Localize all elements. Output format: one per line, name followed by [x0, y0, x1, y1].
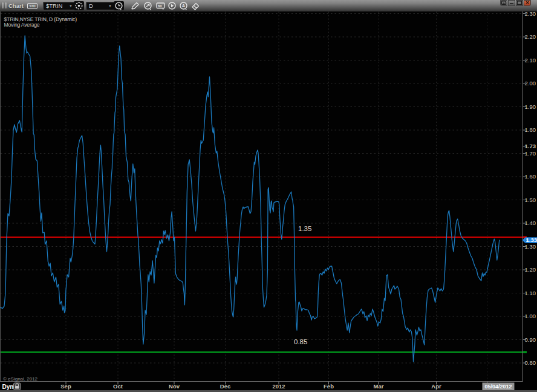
- svg-text:1.30: 1.30: [525, 243, 536, 250]
- svg-text:05/04/2012: 05/04/2012: [484, 384, 512, 390]
- svg-text:1.50: 1.50: [525, 197, 536, 203]
- svg-text:0.90: 0.90: [525, 336, 536, 343]
- svg-text:1.90: 1.90: [525, 103, 536, 110]
- svg-text:Oct: Oct: [113, 383, 123, 390]
- svg-text:A: A: [182, 3, 186, 8]
- svg-text:Nov: Nov: [169, 383, 180, 390]
- svg-text:1.73: 1.73: [525, 143, 536, 149]
- svg-text:Sep: Sep: [60, 383, 71, 390]
- svg-text:© eSignal, 2012: © eSignal, 2012: [3, 376, 38, 382]
- svg-text:1.33: 1.33: [526, 237, 537, 243]
- svg-text:2012: 2012: [272, 383, 285, 390]
- svg-text:1.80: 1.80: [525, 126, 536, 133]
- svg-text:1.35: 1.35: [298, 225, 311, 232]
- svg-text:2.00: 2.00: [525, 80, 536, 87]
- svg-text:0.80: 0.80: [525, 359, 536, 366]
- svg-text:1.00: 1.00: [525, 313, 536, 319]
- svg-text:Dec: Dec: [220, 383, 230, 390]
- svg-text:1.10: 1.10: [525, 290, 536, 296]
- svg-text:2.10: 2.10: [525, 57, 536, 64]
- svg-text:Mar: Mar: [374, 383, 384, 390]
- svg-text:1.70: 1.70: [525, 150, 536, 157]
- svg-text:2.20: 2.20: [525, 33, 536, 40]
- svg-text:Moving Average: Moving Average: [4, 22, 40, 28]
- svg-text:60: 60: [158, 4, 162, 8]
- svg-text:Apr: Apr: [431, 383, 441, 390]
- svg-text:Feb: Feb: [324, 383, 334, 390]
- svg-text:1.20: 1.20: [525, 266, 536, 273]
- svg-text:0.85: 0.85: [294, 338, 307, 345]
- svg-text:1.40: 1.40: [525, 220, 536, 226]
- svg-text:Dyn: Dyn: [2, 384, 14, 390]
- svg-text:1.60: 1.60: [525, 173, 536, 180]
